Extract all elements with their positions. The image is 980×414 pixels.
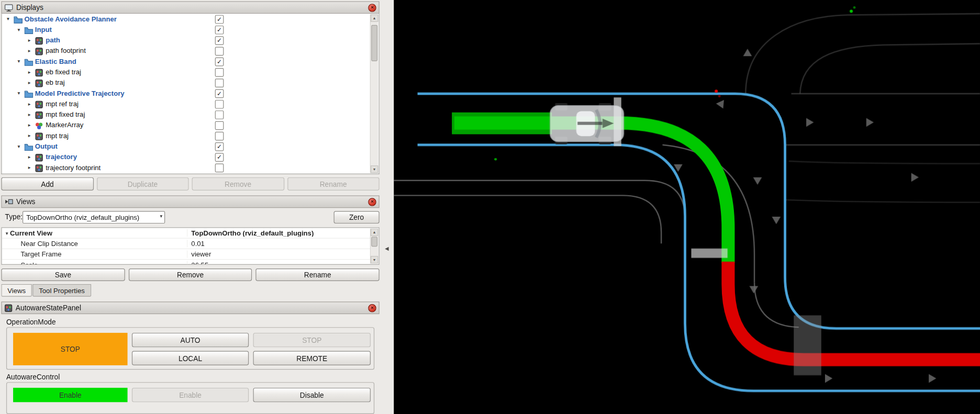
- displays-buttons: AddDuplicateRemoveRename: [1, 177, 379, 191]
- rename-button[interactable]: Rename: [287, 177, 380, 191]
- autoware-icon: [4, 304, 13, 312]
- display-tree-row[interactable]: ▸eb traj: [2, 77, 379, 88]
- chevron-right-icon[interactable]: ▸: [26, 99, 33, 109]
- chevron-right-icon[interactable]: ▸: [26, 35, 33, 46]
- display-tree-row[interactable]: ▾Obstacle Avoidance Planner✓: [2, 14, 379, 24]
- close-icon[interactable]: ×: [368, 304, 376, 312]
- scrollbar-thumb[interactable]: [371, 25, 377, 61]
- display-label: mpt traj: [46, 130, 69, 141]
- chevron-down-icon[interactable]: ▾: [15, 88, 23, 98]
- chevron-right-icon[interactable]: ▸: [26, 46, 33, 56]
- enable-button[interactable]: Enable: [132, 388, 249, 402]
- scrollbar-track[interactable]: [371, 236, 378, 256]
- autoware-panel-titlebar[interactable]: AutowareStatePanel ×: [1, 301, 379, 314]
- chevron-right-icon[interactable]: ▸: [26, 77, 33, 88]
- display-enabled-checkbox[interactable]: ✓: [215, 89, 224, 98]
- 3d-viewport[interactable]: [394, 0, 980, 414]
- chevron-down-icon[interactable]: ▾: [15, 25, 23, 35]
- scrollbar-thumb[interactable]: [371, 237, 377, 247]
- property-name: Near Clip Distance: [20, 240, 77, 247]
- display-icon: [35, 68, 44, 76]
- display-enabled-checkbox[interactable]: [215, 164, 224, 173]
- chevron-right-icon[interactable]: ▸: [26, 130, 33, 141]
- display-tree-row[interactable]: ▸path✓: [2, 35, 379, 46]
- display-enabled-checkbox[interactable]: ✓: [215, 26, 224, 35]
- display-tree-row[interactable]: ▸eb fixed traj: [2, 67, 379, 77]
- local-button[interactable]: LOCAL: [132, 351, 249, 365]
- chevron-right-icon[interactable]: ▸: [26, 120, 33, 130]
- display-enabled-checkbox[interactable]: ✓: [215, 153, 224, 162]
- views-scrollbar[interactable]: ▲ ▼: [370, 229, 378, 264]
- displays-panel-titlebar[interactable]: Displays ×: [1, 1, 379, 14]
- scrollbar-up-icon[interactable]: ▲: [371, 229, 378, 236]
- display-tree-row[interactable]: ▸mpt traj: [2, 130, 379, 141]
- stop-button[interactable]: STOP: [253, 333, 371, 347]
- save-button[interactable]: Save: [1, 268, 125, 281]
- rename-button[interactable]: Rename: [256, 268, 380, 281]
- remote-button[interactable]: REMOTE: [253, 351, 371, 365]
- chevron-down-icon[interactable]: ▾: [15, 141, 23, 152]
- view-property-row[interactable]: Target Frameviewer: [2, 249, 379, 260]
- view-type-dropdown[interactable]: TopDownOrtho (rviz_default_plugins) ▾: [23, 211, 165, 223]
- panel-collapse-handle[interactable]: ◀: [382, 244, 392, 253]
- chevron-down-icon[interactable]: ▾: [15, 56, 23, 66]
- add-button[interactable]: Add: [1, 177, 93, 191]
- tab-tool-properties[interactable]: Tool Properties: [32, 284, 91, 297]
- close-icon[interactable]: ×: [368, 4, 376, 12]
- chevron-right-icon[interactable]: ▸: [26, 162, 33, 173]
- disable-button[interactable]: Disable: [253, 388, 371, 402]
- display-tree-row[interactable]: ▸path footprint: [2, 46, 379, 56]
- view-property-row[interactable]: ▾Current ViewTopDownOrtho (rviz_default_…: [2, 228, 379, 238]
- chevron-down-icon[interactable]: ▾: [4, 14, 12, 24]
- display-tree-row[interactable]: ▸mpt ref traj: [2, 99, 379, 109]
- display-tree-row[interactable]: ▸trajectory✓: [2, 152, 379, 162]
- chevron-right-icon[interactable]: ▸: [26, 109, 33, 120]
- display-enabled-checkbox[interactable]: [215, 68, 224, 77]
- display-tree-row[interactable]: ▸mpt fixed traj: [2, 109, 379, 120]
- display-enabled-checkbox[interactable]: ✓: [215, 36, 224, 45]
- close-icon[interactable]: ×: [368, 198, 376, 206]
- display-label: mpt fixed traj: [46, 109, 85, 120]
- remove-button[interactable]: Remove: [129, 268, 252, 281]
- display-label: eb fixed traj: [46, 67, 81, 77]
- display-label: trajectory footprint: [46, 162, 101, 173]
- displays-panel-title: Displays: [16, 4, 43, 11]
- tab-views[interactable]: Views: [1, 284, 32, 297]
- display-tree-row[interactable]: ▸trajectory footprint: [2, 162, 379, 173]
- chevron-right-icon[interactable]: ▸: [26, 152, 33, 162]
- displays-scrollbar[interactable]: ▲ ▼: [370, 14, 378, 173]
- autoware-state-panel: AutowareStatePanel × OperationMode STOP …: [1, 301, 379, 414]
- view-property-row[interactable]: Scale26.55: [2, 260, 379, 265]
- display-tree-row[interactable]: ▾Model Predictive Trajectory✓: [2, 88, 379, 98]
- display-tree-row[interactable]: ▾Input✓: [2, 25, 379, 35]
- scrollbar-down-icon[interactable]: ▼: [371, 256, 378, 263]
- auto-button[interactable]: AUTO: [132, 333, 249, 347]
- duplicate-button[interactable]: Duplicate: [96, 177, 188, 191]
- view-property-row[interactable]: Near Clip Distance0.01: [2, 239, 379, 249]
- chevron-right-icon[interactable]: ▸: [26, 67, 33, 77]
- display-enabled-checkbox[interactable]: ✓: [215, 15, 224, 24]
- display-label: Obstacle Avoidance Planner: [25, 14, 117, 24]
- chevron-down-icon: ▾: [160, 214, 163, 219]
- zero-button[interactable]: Zero: [334, 211, 380, 223]
- chevron-down-icon[interactable]: ▾: [6, 230, 8, 236]
- display-enabled-checkbox[interactable]: [215, 100, 224, 109]
- display-enabled-checkbox[interactable]: ✓: [215, 142, 224, 151]
- display-tree-row[interactable]: ▸MarkerArray: [2, 120, 379, 130]
- display-tree-row[interactable]: ▾Output✓: [2, 141, 379, 152]
- scrollbar-up-icon[interactable]: ▲: [371, 14, 378, 21]
- display-tree-row[interactable]: ▾Elastic Band✓: [2, 56, 379, 66]
- display-enabled-checkbox[interactable]: [215, 47, 224, 55]
- display-enabled-checkbox[interactable]: [215, 132, 224, 141]
- display-enabled-checkbox[interactable]: [215, 121, 224, 130]
- remove-button[interactable]: Remove: [192, 177, 284, 191]
- stop-line-horizontal: [691, 249, 727, 258]
- display-icon: [35, 153, 44, 161]
- views-panel-titlebar[interactable]: Views ×: [1, 195, 379, 208]
- scrollbar-track[interactable]: [371, 22, 378, 165]
- display-enabled-checkbox[interactable]: [215, 79, 224, 87]
- display-enabled-checkbox[interactable]: ✓: [215, 58, 224, 66]
- scrollbar-down-icon[interactable]: ▼: [371, 165, 378, 173]
- display-enabled-checkbox[interactable]: [215, 110, 224, 119]
- autoware-control-state: Enable: [13, 388, 127, 402]
